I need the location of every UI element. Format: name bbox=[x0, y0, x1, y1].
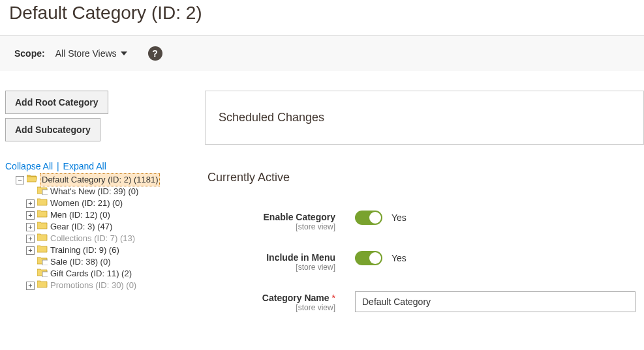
enable-category-toggle[interactable] bbox=[355, 211, 382, 225]
help-icon[interactable]: ? bbox=[148, 46, 162, 61]
folder-icon bbox=[27, 174, 40, 186]
tree-node[interactable]: +Training (ID: 9) (6) bbox=[5, 244, 193, 256]
svg-rect-1 bbox=[42, 260, 48, 265]
tree-node-label: Gear (ID: 3) (47) bbox=[50, 221, 112, 233]
folder-icon bbox=[37, 244, 50, 257]
tree-node-label: Sale (ID: 38) (0) bbox=[50, 256, 110, 268]
tree-node-label: Default Category (ID: 2) (1181) bbox=[40, 173, 160, 186]
enable-category-field: Enable Category [store view] Yes bbox=[205, 211, 644, 231]
tree-node-label: Collections (ID: 7) (13) bbox=[50, 233, 135, 244]
folder-icon bbox=[37, 209, 50, 222]
main-content: Scheduled Changes Currently Active Enabl… bbox=[205, 91, 644, 332]
expand-icon[interactable]: + bbox=[26, 235, 35, 243]
category-name-field: Category Name* [store view] bbox=[205, 291, 644, 312]
scope-value: All Store Views bbox=[55, 48, 117, 59]
tree-controls: Collapse All | Expand All bbox=[5, 161, 193, 171]
tree-node[interactable]: What's New (ID: 39) (0) bbox=[5, 186, 193, 197]
category-name-label: Category Name bbox=[262, 293, 330, 303]
sidebar: Add Root Category Add Subcategory Collap… bbox=[5, 91, 193, 291]
folder-icon bbox=[37, 268, 50, 280]
include-in-menu-label: Include in Menu bbox=[266, 252, 335, 263]
page-title: Default Category (ID: 2) bbox=[0, 0, 644, 35]
category-name-input[interactable] bbox=[355, 291, 636, 312]
scope-label: Scope: bbox=[14, 48, 45, 59]
expand-icon[interactable]: + bbox=[26, 211, 35, 220]
separator: | bbox=[57, 161, 59, 171]
expand-icon[interactable]: + bbox=[26, 223, 35, 231]
folder-icon bbox=[37, 221, 50, 233]
tree-node[interactable]: +Collections (ID: 7) (13) bbox=[5, 233, 193, 244]
scope-select[interactable]: All Store Views bbox=[55, 48, 127, 59]
category-name-scope: [store view] bbox=[205, 303, 335, 312]
folder-icon bbox=[37, 186, 50, 198]
tree-node[interactable]: +Promotions (ID: 30) (0) bbox=[5, 280, 193, 291]
tree-node-label: Promotions (ID: 30) (0) bbox=[50, 280, 136, 291]
svg-rect-2 bbox=[42, 272, 48, 277]
add-root-category-button[interactable]: Add Root Category bbox=[5, 91, 108, 114]
include-in-menu-toggle[interactable] bbox=[355, 251, 382, 265]
enable-category-scope: [store view] bbox=[205, 222, 335, 231]
expand-icon[interactable]: + bbox=[26, 282, 35, 290]
tree-node[interactable]: −Default Category (ID: 2) (1181) bbox=[5, 174, 193, 186]
collapse-icon[interactable]: − bbox=[16, 176, 24, 184]
category-tree: −Default Category (ID: 2) (1181)What's N… bbox=[5, 174, 193, 291]
scheduled-changes-panel: Scheduled Changes bbox=[205, 91, 644, 145]
tree-node[interactable]: +Gear (ID: 3) (47) bbox=[5, 221, 193, 233]
tree-node[interactable]: +Men (ID: 12) (0) bbox=[5, 209, 193, 221]
include-in-menu-scope: [store view] bbox=[205, 263, 335, 272]
required-icon: * bbox=[332, 293, 335, 303]
tree-node[interactable]: Gift Cards (ID: 11) (2) bbox=[5, 268, 193, 280]
enable-category-value: Yes bbox=[391, 212, 406, 223]
folder-icon bbox=[37, 256, 50, 269]
folder-icon bbox=[37, 280, 50, 292]
include-in-menu-value: Yes bbox=[391, 253, 406, 263]
chevron-down-icon bbox=[121, 51, 127, 55]
expand-icon[interactable]: + bbox=[26, 246, 35, 255]
scheduled-changes-title: Scheduled Changes bbox=[219, 111, 630, 124]
enable-category-label: Enable Category bbox=[264, 212, 335, 222]
folder-icon bbox=[37, 233, 50, 245]
tree-node[interactable]: +Women (ID: 21) (0) bbox=[5, 197, 193, 209]
tree-node[interactable]: Sale (ID: 38) (0) bbox=[5, 256, 193, 268]
scope-bar: Scope: All Store Views ? bbox=[0, 35, 644, 71]
add-subcategory-button[interactable]: Add Subcategory bbox=[5, 118, 100, 141]
expand-all-link[interactable]: Expand All bbox=[63, 161, 106, 171]
collapse-all-link[interactable]: Collapse All bbox=[5, 161, 53, 171]
tree-node-label: Men (ID: 12) (0) bbox=[50, 209, 110, 221]
svg-rect-0 bbox=[42, 190, 48, 195]
folder-icon bbox=[37, 197, 50, 210]
currently-active-title: Currently Active bbox=[205, 171, 644, 184]
include-in-menu-field: Include in Menu [store view] Yes bbox=[205, 251, 644, 272]
tree-node-label: Training (ID: 9) (6) bbox=[50, 244, 119, 256]
tree-node-label: What's New (ID: 39) (0) bbox=[50, 186, 138, 197]
tree-node-label: Women (ID: 21) (0) bbox=[50, 197, 123, 209]
tree-node-label: Gift Cards (ID: 11) (2) bbox=[50, 268, 132, 280]
expand-icon[interactable]: + bbox=[26, 199, 35, 208]
